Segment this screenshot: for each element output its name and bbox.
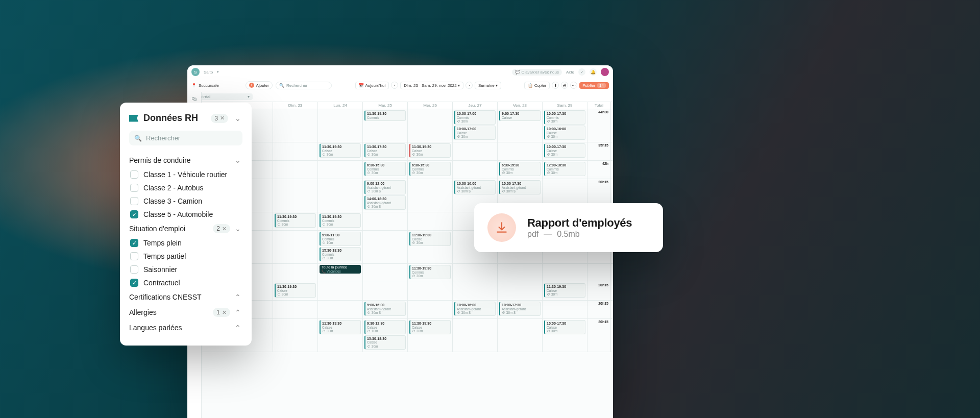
shift-card[interactable]: 11:30-19:30Caisse⏱ 30m	[275, 283, 316, 298]
shift-card[interactable]: 6:30-15:30Commis⏱ 30m	[499, 162, 541, 176]
day-cell[interactable]: 11:30-19:30Commis⏱ 30m	[273, 212, 318, 230]
shift-card[interactable]: 10:00-16:00Assistant-gérant⏱ 30m $	[454, 180, 496, 194]
checkbox[interactable]	[130, 239, 138, 247]
filter-group-header[interactable]: Certifications CNESST⌃	[129, 289, 242, 305]
shift-card[interactable]: 12:00-18:30Commis⏱ 30m	[544, 162, 585, 176]
day-cell[interactable]: 6:30-15:30Commis⏱ 30m	[363, 161, 408, 179]
day-cell[interactable]	[408, 301, 453, 318]
workspace-name[interactable]: Salto	[204, 70, 213, 75]
shift-card[interactable]: 11:30-19:30Caisse⏱ 30m	[409, 320, 451, 334]
day-cell[interactable]	[363, 282, 408, 300]
checkbox[interactable]	[130, 184, 138, 192]
filter-search-input[interactable]: Rechercher	[129, 131, 242, 145]
checkbox[interactable]	[130, 170, 138, 179]
copy-button[interactable]: 📋 Copier	[524, 82, 550, 89]
add-button[interactable]: +Ajouter	[246, 81, 273, 89]
day-cell[interactable]	[318, 179, 363, 212]
day-cell[interactable]	[498, 319, 543, 352]
chevron-down-icon[interactable]: ⌄	[233, 114, 242, 123]
shift-card[interactable]: 6:30-15:30Commis⏱ 30m	[364, 162, 406, 176]
filter-option[interactable]: Saisonnier	[129, 263, 242, 276]
day-cell[interactable]	[498, 282, 543, 300]
shift-card[interactable]: 11:30-19:30Caisse⏱ 30m	[320, 143, 361, 158]
day-cell[interactable]: 10:00-17:30Caisse⏱ 30m	[543, 319, 587, 352]
day-cell[interactable]	[363, 212, 408, 230]
shift-card[interactable]: 9:00-11:30Commis⏱ 10m	[320, 232, 361, 246]
day-cell[interactable]: 6:30-15:30Commis⏱ 30m	[408, 161, 453, 179]
date-range-selector[interactable]: Dim. 23 - Sam. 29, nov. 2022 ▾	[400, 82, 463, 89]
shift-card[interactable]: 14:00-18:30Assistant-gérant⏱ 30m $	[364, 195, 406, 210]
day-cell[interactable]: 11:30-19:30Caisse⏱ 30m	[408, 142, 453, 160]
checkbox[interactable]	[130, 210, 138, 218]
day-cell[interactable]: 10:00-17:30Assistant-gérant⏱ 30m $	[498, 301, 543, 318]
day-cell[interactable]: 11:30-19:30Caisse⏱ 30m	[318, 142, 363, 160]
day-cell[interactable]	[363, 264, 408, 282]
search-input[interactable]: Rechercher	[276, 82, 332, 89]
filter-count-badge[interactable]: 2✕	[213, 224, 230, 233]
bell-icon[interactable]: 🔔	[590, 68, 597, 76]
day-cell[interactable]: 9:30-12:30Caisse⏱ 10m15:30-18:30Caisse⏱ …	[363, 319, 408, 352]
checkbox[interactable]	[130, 197, 138, 205]
filter-group-header[interactable]: Allergies1✕⌃	[129, 305, 242, 320]
shift-card[interactable]: 10:00-16:00Assistant-gérant⏱ 30m $	[454, 302, 496, 316]
day-cell[interactable]	[273, 142, 318, 160]
day-cell[interactable]	[318, 301, 363, 318]
filter-count-badge[interactable]: 3✕	[211, 114, 228, 123]
shift-card[interactable]: 10:00-17:00Caisse⏱ 30m	[454, 126, 496, 140]
more-icon[interactable]: ⋯	[570, 82, 577, 89]
day-cell[interactable]: 9:00-11:30Commis⏱ 10m15:30-18:30Commis⏱ …	[318, 231, 363, 263]
next-week-button[interactable]: ›	[465, 82, 473, 89]
day-cell[interactable]: 9:00-16:00Assistant-gérant⏱ 30m $	[363, 301, 408, 318]
filter-option[interactable]: Classe 1 - Véhicule routier	[129, 168, 242, 181]
shift-card[interactable]: 10:00-17:30Assistant-gérant⏱ 30m $	[499, 180, 541, 194]
day-cell[interactable]	[273, 264, 318, 282]
day-cell[interactable]	[543, 264, 587, 282]
shift-card[interactable]: 9:00-17:30Caisse	[499, 110, 541, 121]
shift-card[interactable]: 9:00-16:00Assistant-gérant⏱ 30m $	[364, 302, 406, 316]
day-cell[interactable]	[408, 179, 453, 212]
location-selector[interactable]: Succursale	[191, 83, 219, 88]
day-cell[interactable]	[453, 282, 498, 300]
day-cell[interactable]: 11:30-19:30Commis⏱ 30m	[318, 212, 363, 230]
day-cell[interactable]: 10:00-16:00Assistant-gérant⏱ 30m $	[453, 301, 498, 318]
day-cell[interactable]: 11:30-19:30Commis⏱ 30m	[408, 264, 453, 282]
shift-card[interactable]: 11:30-19:30Commis⏱ 30m	[409, 265, 451, 279]
shift-card[interactable]: 10:00-16:00Caisse⏱ 30m	[544, 126, 585, 140]
day-cell[interactable]: 10:00-17:30Caisse⏱ 30m	[543, 142, 587, 160]
profile-avatar[interactable]	[601, 68, 609, 76]
shift-card[interactable]: 10:00-17:30Caisse⏱ 30m	[544, 320, 585, 334]
shift-card[interactable]: 11:30-19:30Caisse⏱ 30m	[544, 283, 585, 298]
filter-count-badge[interactable]: 1✕	[213, 308, 230, 317]
filter-group-header[interactable]: Situation d'emploi2✕⌄	[129, 221, 242, 236]
shift-card[interactable]: 10:00-17:30Assistant-gérant⏱ 30m $	[499, 302, 541, 316]
print-icon[interactable]: 🖨	[561, 82, 568, 89]
shift-card[interactable]: 11:30-19:30Commis⏱ 30m	[275, 213, 316, 228]
publish-button[interactable]: Publier 14	[579, 82, 609, 89]
filter-group-header[interactable]: Permis de conduire⌄	[129, 153, 242, 168]
shift-card[interactable]: 11:30-19:30Caisse⏱ 30m	[409, 232, 451, 246]
day-cell[interactable]: 11:30-19:30Caisse⏱ 30m	[318, 319, 363, 352]
day-cell[interactable]	[273, 301, 318, 318]
clear-filters-icon[interactable]: ✕	[220, 115, 225, 121]
day-cell[interactable]	[453, 319, 498, 352]
day-cell[interactable]	[408, 282, 453, 300]
shift-card[interactable]: 10:00-17:30Commis⏱ 30m	[544, 110, 585, 125]
day-cell[interactable]	[273, 231, 318, 263]
day-cell[interactable]	[273, 161, 318, 179]
day-cell[interactable]	[273, 319, 318, 352]
checkbox[interactable]	[130, 279, 138, 287]
day-cell[interactable]	[453, 161, 498, 179]
shift-card[interactable]: 9:00-12:00Assistant-gérant⏱ 30m $	[364, 180, 406, 194]
filter-option[interactable]: Contractuel	[129, 276, 242, 289]
day-cell[interactable]: 11:30-19:30Caisse⏱ 30m	[543, 282, 587, 300]
workspace-avatar[interactable]: S	[191, 68, 200, 76]
checkbox[interactable]	[130, 252, 138, 260]
day-cell[interactable]: 11:30-19:30Caisse⏱ 30m	[408, 319, 453, 352]
day-cell[interactable]	[453, 142, 498, 160]
day-cell[interactable]	[318, 161, 363, 179]
shift-card[interactable]: 15:30-18:30Commis⏱ 30m	[320, 247, 361, 261]
download-icon[interactable]: ⬇	[552, 82, 559, 89]
chevron-down-icon[interactable]: ⌄	[233, 156, 242, 165]
day-cell[interactable]: 11:30-19:30Caisse⏱ 30m	[408, 231, 453, 263]
chevron-up-icon[interactable]: ⌃	[233, 308, 242, 317]
